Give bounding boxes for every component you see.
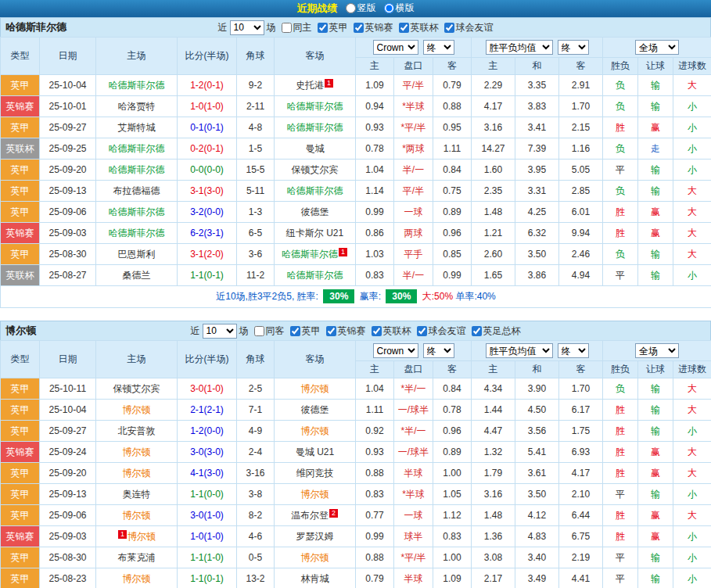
away-team-cell[interactable]: 哈德斯菲尔德 <box>275 265 356 286</box>
score-cell[interactable]: 1-2(0-0) <box>178 421 237 442</box>
home-team-cell[interactable]: 布莱克浦 <box>96 547 178 568</box>
team-link[interactable]: 哈德斯菲尔德 <box>287 185 343 196</box>
score-cell[interactable]: 0-1(0-1) <box>178 117 237 138</box>
filter-checkbox-英甲[interactable]: 英甲 <box>318 21 348 34</box>
team-link[interactable]: 巴恩斯利 <box>118 249 156 260</box>
match-count-select[interactable]: 10 <box>230 20 264 35</box>
away-team-cell[interactable]: 罗瑟汉姆 <box>275 526 356 547</box>
team-link[interactable]: 彼德堡 <box>301 206 329 217</box>
checkbox-icon[interactable] <box>290 326 300 336</box>
team-link[interactable]: 博尔顿 <box>123 446 151 457</box>
filter-checkbox-英锦赛[interactable]: 英锦赛 <box>354 21 393 34</box>
scope-select[interactable]: 全场 <box>635 343 679 358</box>
away-team-cell[interactable]: 维冈竞技 <box>275 463 356 484</box>
home-team-cell[interactable]: 北安普敦 <box>96 421 178 442</box>
checkbox-icon[interactable] <box>354 23 364 33</box>
filter-checkbox-球会友谊[interactable]: 球会友谊 <box>444 21 494 34</box>
checkbox-icon[interactable] <box>282 23 292 33</box>
team-link[interactable]: 博尔顿 <box>123 468 151 479</box>
odds-time-select[interactable]: 终 <box>423 40 454 55</box>
home-team-cell[interactable]: 保顿艾尔宾 <box>96 378 178 400</box>
filter-checkbox-英甲[interactable]: 英甲 <box>290 324 321 338</box>
checkbox-icon[interactable] <box>444 23 454 33</box>
team-link[interactable]: 博尔顿 <box>301 383 329 394</box>
score-cell[interactable]: 4-1(3-0) <box>178 463 237 484</box>
team-link[interactable]: 保顿艾尔宾 <box>292 164 339 175</box>
away-team-cell[interactable]: 博尔顿 <box>275 378 356 400</box>
home-team-cell[interactable]: 布拉德福德 <box>96 181 178 202</box>
team-link[interactable]: 曼城 <box>306 143 325 154</box>
home-team-cell[interactable]: 哈德斯菲尔德 <box>96 202 178 223</box>
team-link[interactable]: 哈德斯菲尔德 <box>109 206 165 217</box>
team-link[interactable]: 博尔顿 <box>127 531 156 542</box>
home-team-cell[interactable]: 1博尔顿 <box>96 526 178 547</box>
home-team-cell[interactable]: 哈德斯菲尔德 <box>96 160 178 181</box>
score-cell[interactable]: 1-2(0-1) <box>178 75 237 96</box>
team-link[interactable]: 维冈竞技 <box>296 468 334 479</box>
away-team-cell[interactable]: 林肯城 <box>275 568 356 588</box>
away-team-cell[interactable]: 史托港1 <box>275 75 356 96</box>
away-team-cell[interactable]: 博尔顿 <box>275 484 356 505</box>
filter-checkbox-英联杯[interactable]: 英联杯 <box>399 21 439 34</box>
team-link[interactable]: 哈德斯菲尔德 <box>109 143 165 154</box>
checkbox-icon[interactable] <box>254 326 264 336</box>
home-team-cell[interactable]: 博尔顿 <box>96 400 178 421</box>
filter-checkbox-英锦赛[interactable]: 英锦赛 <box>326 324 366 338</box>
checkbox-icon[interactable] <box>372 326 382 336</box>
team-link[interactable]: 曼城 U21 <box>296 446 334 457</box>
away-team-cell[interactable]: 哈德斯菲尔德 <box>275 181 356 202</box>
away-team-cell[interactable]: 彼德堡 <box>275 400 356 421</box>
team-link[interactable]: 哈德斯菲尔德 <box>287 101 343 112</box>
away-team-cell[interactable]: 曼城 U21 <box>275 442 356 463</box>
away-team-cell[interactable]: 彼德堡 <box>275 202 356 223</box>
team-link[interactable]: 博尔顿 <box>123 510 151 521</box>
team-link[interactable]: 艾斯特城 <box>118 122 156 133</box>
home-team-cell[interactable]: 博尔顿 <box>96 463 178 484</box>
score-cell[interactable]: 1-1(0-1) <box>178 568 237 588</box>
score-cell[interactable]: 2-1(2-1) <box>178 400 237 421</box>
team-link[interactable]: 博尔顿 <box>123 404 151 415</box>
score-cell[interactable]: 3-0(1-0) <box>178 505 237 526</box>
europe-odds-select[interactable]: 胜平负均值 <box>486 40 553 55</box>
home-team-cell[interactable]: 艾斯特城 <box>96 117 178 138</box>
team-link[interactable]: 林肯城 <box>301 573 329 584</box>
checkbox-icon[interactable] <box>326 326 336 336</box>
odds-company-select[interactable]: Crown <box>373 40 418 55</box>
team-link[interactable]: 博尔顿 <box>123 573 151 584</box>
score-cell[interactable]: 1-0(1-0) <box>178 526 237 547</box>
score-cell[interactable]: 6-2(3-1) <box>178 223 237 244</box>
layout-radio-icon[interactable] <box>346 3 356 13</box>
away-team-cell[interactable]: 温布尔登2 <box>275 505 356 526</box>
away-team-cell[interactable]: 保顿艾尔宾 <box>275 160 356 181</box>
team-link[interactable]: 哈德斯菲尔德 <box>109 164 165 175</box>
away-team-cell[interactable]: 哈德斯菲尔德1 <box>275 244 356 265</box>
team-link[interactable]: 史托港 <box>296 80 324 91</box>
filter-checkbox-英联杯[interactable]: 英联杯 <box>372 324 411 338</box>
team-link[interactable]: 哈德斯菲尔德 <box>287 122 343 133</box>
home-team-cell[interactable]: 博尔顿 <box>96 442 178 463</box>
home-team-cell[interactable]: 桑德兰 <box>96 265 178 286</box>
team-link[interactable]: 哈德斯菲尔德 <box>109 228 165 238</box>
odds-company-select[interactable]: Crown <box>373 343 418 358</box>
filter-checkbox-英足总杯[interactable]: 英足总杯 <box>472 324 521 338</box>
europe-time-select[interactable]: 终 <box>558 343 589 358</box>
team-link[interactable]: 北安普敦 <box>118 425 156 436</box>
score-cell[interactable]: 1-0(1-0) <box>178 96 237 117</box>
checkbox-icon[interactable] <box>472 326 482 336</box>
score-cell[interactable]: 1-1(0-1) <box>178 265 237 286</box>
team-link[interactable]: 温布尔登 <box>291 510 329 521</box>
score-cell[interactable]: 3-1(3-0) <box>178 181 237 202</box>
team-link[interactable]: 纽卡斯尔 U21 <box>286 228 343 238</box>
score-cell[interactable]: 3-1(2-0) <box>178 244 237 265</box>
away-team-cell[interactable]: 纽卡斯尔 U21 <box>275 223 356 244</box>
home-team-cell[interactable]: 哈德斯菲尔德 <box>96 75 178 96</box>
score-cell[interactable]: 0-0(0-0) <box>178 160 237 181</box>
score-cell[interactable]: 1-1(0-0) <box>178 484 237 505</box>
score-cell[interactable]: 1-1(1-0) <box>178 547 237 568</box>
score-cell[interactable]: 3-0(1-0) <box>178 378 237 400</box>
score-cell[interactable]: 0-2(0-1) <box>178 138 237 160</box>
team-link[interactable]: 博尔顿 <box>301 552 329 563</box>
team-link[interactable]: 哈德斯菲尔德 <box>287 270 343 281</box>
checkbox-icon[interactable] <box>399 23 409 33</box>
team-link[interactable]: 哈德斯菲尔德 <box>109 80 165 91</box>
